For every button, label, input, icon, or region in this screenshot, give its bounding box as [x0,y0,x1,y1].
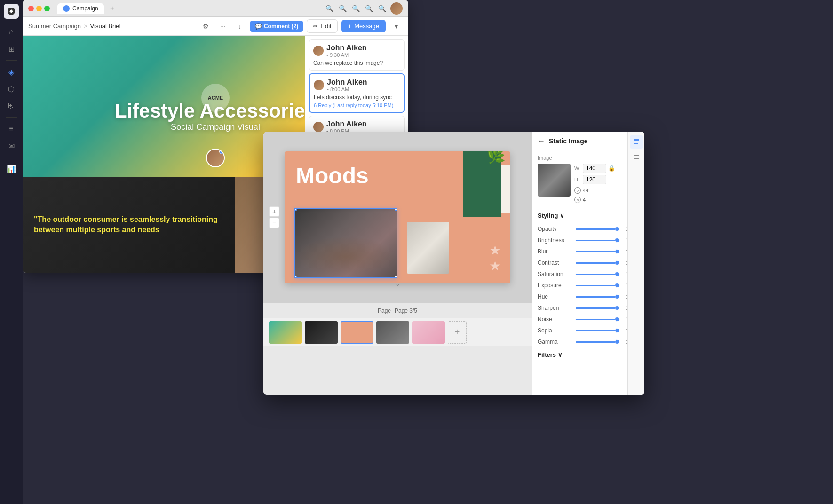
hue-thumb[interactable] [615,294,619,299]
angle-icon: ○ [574,187,581,194]
height-input[interactable] [583,175,606,184]
browser-tab[interactable]: Campaign [57,3,104,14]
comment-meta-1: John Aiken • 9:30 AM [326,44,367,58]
canvas-area[interactable]: + − Moods 🌿 ★ ★ [263,132,532,303]
comment-btn[interactable]: 💬 Comment (2) [250,21,303,32]
sepia-fill [576,330,619,331]
comment-item-2[interactable]: John Aiken • 8:00 AM Lets discuss today,… [309,73,405,113]
dropdown-btn[interactable]: ▾ [389,20,403,33]
comment-icon: 💬 [255,23,262,30]
canvas-cream-strip [501,165,510,213]
breadcrumb-parent[interactable]: Summer Campaign [28,23,81,30]
minimize-btn[interactable] [36,6,42,11]
comment-header-2: John Aiken • 8:00 AM [314,78,400,92]
comment-time-1: • 9:30 AM [326,52,367,58]
angle-value: 44° [583,188,591,193]
saturation-slider[interactable] [576,274,619,275]
sidebar-shield-icon[interactable]: ⛨ [4,98,19,113]
panel-tab-styling[interactable] [630,135,643,149]
sharpen-thumb[interactable] [615,306,619,310]
app-logo[interactable] [4,4,19,19]
browser-search-icons: 🔍 🔍 🔍 🔍 🔍 [325,2,403,15]
panel-icon-tabs [627,132,644,395]
browser-titlebar: Campaign + 🔍 🔍 🔍 🔍 🔍 [23,0,408,17]
thumb-2[interactable] [305,321,338,344]
panel-tab-layers[interactable] [630,150,643,164]
edit-btn[interactable]: ✏ Edit [307,19,337,33]
sidebar-grid-icon[interactable]: ⊞ [4,41,19,56]
width-input[interactable] [583,164,606,173]
search-icon-2[interactable]: 🔍 [338,4,347,13]
sepia-slider[interactable] [576,330,619,331]
resize-handle-br[interactable] [395,276,397,278]
sidebar-mail-icon[interactable]: ✉ [4,138,19,153]
canvas-stars: ★ ★ [489,243,501,274]
thumb-3[interactable] [341,321,373,344]
canvas-frame: Moods 🌿 ★ ★ [285,151,510,283]
canvas-image-box[interactable]: Remove Background Replace Background Gen… [294,208,397,278]
zoom-in-btn[interactable]: + [269,206,279,217]
comment-reply-2[interactable]: 6 Reply (Last reply today 5:10 PM) [314,102,400,108]
canvas-moods-title: Moods [296,163,369,189]
maximize-btn[interactable] [44,6,50,11]
resize-handle-bl[interactable] [294,276,297,278]
comment-author-1: John Aiken [326,44,367,52]
contrast-slider[interactable] [576,262,619,264]
noise-thumb[interactable] [615,317,619,322]
exposure-thumb[interactable] [615,283,619,288]
opacity-slider[interactable] [576,228,619,230]
brightness-thumb[interactable] [615,238,619,243]
hue-label: Hue [538,293,573,300]
saturation-thumb[interactable] [615,272,619,276]
search-icon-1[interactable]: 🔍 [325,4,334,13]
sepia-thumb[interactable] [615,328,619,333]
add-page-btn[interactable]: + [448,321,467,344]
sepia-label: Sepia [538,327,573,334]
blur-label: Blur [538,248,573,255]
svg-rect-7 [634,157,639,158]
close-btn[interactable] [28,6,34,11]
message-btn[interactable]: + Message [341,20,386,32]
search-icon-4[interactable]: 🔍 [364,4,373,13]
search-icon-5[interactable]: 🔍 [377,4,387,13]
gamma-thumb[interactable] [615,339,619,344]
brightness-slider[interactable] [576,240,619,241]
search-icon-3[interactable]: 🔍 [351,4,360,13]
resize-handle-tl[interactable] [294,208,297,211]
gamma-slider[interactable] [576,341,619,343]
thumb-4[interactable] [376,321,409,344]
page-label: Page [378,307,391,314]
sharpen-slider[interactable] [576,307,619,309]
blur-slider[interactable] [576,251,619,252]
hue-slider[interactable] [576,296,619,298]
download-btn[interactable]: ↓ [233,20,246,33]
star-icon-1: ★ [489,243,501,258]
sidebar-design-icon[interactable]: ◈ [4,64,19,79]
lock-icon[interactable]: 🔒 [608,165,615,172]
new-tab-btn[interactable]: + [108,4,117,13]
panel-back-btn[interactable]: ← [538,137,545,145]
sidebar-components-icon[interactable]: ⬡ [4,81,19,96]
opacity-thumb[interactable] [615,227,619,231]
thumb-1[interactable] [269,321,302,344]
noise-slider[interactable] [576,319,619,320]
user-avatar[interactable] [390,2,403,15]
sidebar-home-icon[interactable]: ⌂ [4,24,19,39]
thumb-5[interactable] [412,321,445,344]
resize-handle-tr[interactable] [395,208,397,211]
comment-text-1: Can we replace this image? [313,60,400,66]
height-label: H [574,177,581,182]
blur-thumb[interactable] [615,249,619,254]
filter-btn[interactable]: ⚙ [199,20,213,33]
zoom-out-btn[interactable]: − [269,218,279,228]
contrast-thumb[interactable] [615,260,619,265]
page-number: Page 3/5 [395,307,417,314]
sidebar-chart-icon[interactable]: 📊 [4,161,19,176]
more-btn[interactable]: ··· [216,20,230,33]
sidebar-list-icon[interactable]: ≡ [4,121,19,136]
image-thumbnail[interactable] [538,164,571,197]
exposure-slider[interactable] [576,285,619,286]
page-chevron[interactable]: ⌄ [395,279,401,288]
comment-text-2: Lets discuss today, during sync [314,94,400,101]
front-window: ⚙ Campaign + 🔍 🔍 🔍 🔍 🔍 ↺ ↻ ↓ Untitled Sa… [263,132,644,395]
